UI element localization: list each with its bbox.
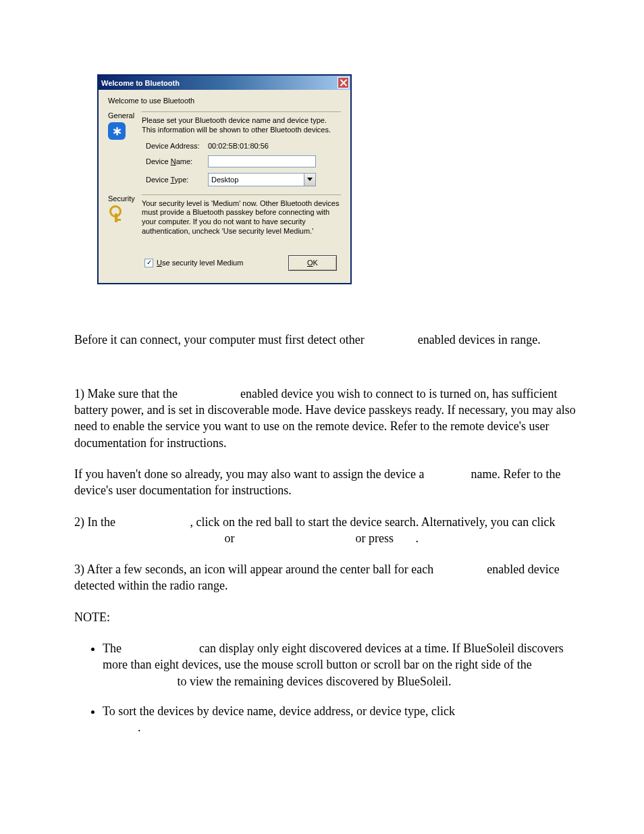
text: . bbox=[416, 531, 419, 545]
bluetooth-icon: ∗ bbox=[108, 122, 126, 140]
chevron-down-icon bbox=[304, 174, 315, 186]
device-type-value: Desktop bbox=[209, 176, 304, 184]
device-address-value: 00:02:5B:01:80:56 bbox=[208, 142, 269, 150]
dialog-title: Welcome to Bluetooth bbox=[101, 79, 180, 87]
text: 3) After a few seconds, an icon will app… bbox=[74, 563, 437, 576]
note-heading: NOTE: bbox=[74, 609, 583, 625]
security-heading: Security bbox=[108, 194, 142, 203]
device-name-label: Device Name: bbox=[146, 157, 208, 165]
device-type-combobox[interactable]: Desktop bbox=[208, 173, 316, 186]
text: 1) Make sure that the bbox=[74, 387, 180, 400]
text: or bbox=[221, 531, 238, 545]
key-icon bbox=[108, 205, 126, 223]
use-security-medium-checkbox[interactable]: ✓ bbox=[144, 259, 153, 267]
list-item: The can display only eight discovered de… bbox=[103, 640, 583, 689]
welcome-text: Welcome to use Bluetooth bbox=[108, 97, 341, 105]
bluetooth-welcome-dialog: Welcome to Bluetooth Welcome to use Blue… bbox=[97, 74, 352, 284]
titlebar: Welcome to Bluetooth bbox=[99, 76, 350, 90]
ok-button[interactable]: OK bbox=[288, 255, 337, 271]
device-type-label: Device Type: bbox=[146, 176, 208, 184]
text: Before it can connect, your computer mus… bbox=[74, 333, 367, 346]
text: enabled devices in range. bbox=[414, 333, 540, 346]
security-description: Your security level is 'Medium' now. Oth… bbox=[142, 199, 341, 236]
text: 2) In the bbox=[74, 515, 118, 529]
text: , click on the red ball to start the dev… bbox=[190, 515, 555, 529]
list-item: To sort the devices by device name, devi… bbox=[103, 703, 583, 736]
text: If you haven't done so already, you may … bbox=[74, 467, 427, 481]
device-address-label: Device Address: bbox=[146, 142, 208, 150]
close-icon bbox=[340, 79, 347, 86]
use-security-medium-label: Use security level Medium bbox=[157, 259, 243, 267]
device-name-input[interactable] bbox=[208, 155, 316, 167]
general-heading: General bbox=[108, 111, 142, 120]
document-body: Before it can connect, your computer mus… bbox=[74, 332, 583, 736]
close-button[interactable] bbox=[338, 77, 349, 88]
text: or press bbox=[352, 531, 397, 545]
general-description: Please set your Bluetooth device name an… bbox=[142, 116, 341, 135]
